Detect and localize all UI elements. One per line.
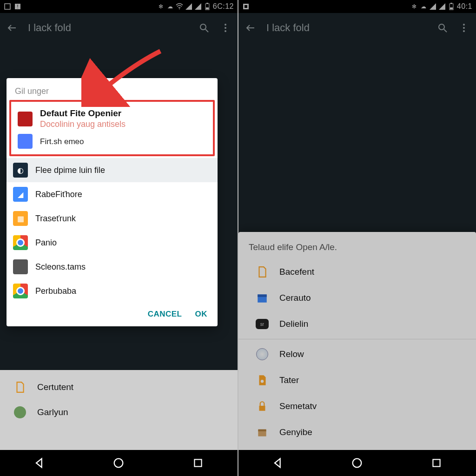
option-subtitle: Firt.sh emeo xyxy=(40,137,84,146)
doc-icon xyxy=(13,380,27,394)
list-item-label: Tater xyxy=(279,375,299,385)
svg-rect-23 xyxy=(258,294,267,297)
svg-rect-29 xyxy=(433,459,440,466)
list-item-label: Relow xyxy=(279,349,304,359)
option-label: Panio xyxy=(35,238,57,248)
camera-icon: sr xyxy=(255,317,269,331)
nav-home[interactable] xyxy=(107,454,130,472)
box-icon xyxy=(255,425,269,439)
divider xyxy=(238,339,476,339)
list-item[interactable]: Bacefent xyxy=(238,259,476,285)
bottom-sheet: Telaud elife Open A/le. Bacefent Cerauto… xyxy=(238,232,476,450)
ok-button[interactable]: OK xyxy=(195,310,208,319)
option-subtitle: Docolinin yaug antisels xyxy=(40,119,126,129)
list-item-label: Genyibe xyxy=(279,427,312,437)
dialog-option[interactable]: ◢ RabeFiťhore xyxy=(7,182,218,206)
nav-home[interactable] xyxy=(346,454,368,472)
dialog-option[interactable]: ◐ Flee dpime luin file xyxy=(7,158,218,182)
list-item[interactable]: Certutent xyxy=(0,375,238,400)
doc-icon xyxy=(18,134,33,149)
globe-icon xyxy=(255,347,269,361)
app-icon xyxy=(13,405,27,419)
option-label: Perbubaba xyxy=(35,286,76,296)
list-item-label: Cerauto xyxy=(279,293,311,303)
nav-back[interactable] xyxy=(267,454,289,472)
background-list: Certutent Garlyun xyxy=(0,370,238,450)
app-icon xyxy=(18,112,33,126)
list-item[interactable]: Garlyun xyxy=(0,400,238,425)
list-item-label: Bacefent xyxy=(279,267,314,277)
lock-icon xyxy=(255,399,269,413)
list-item[interactable]: Tater xyxy=(238,367,476,393)
option-label: Traseťrunk xyxy=(35,214,76,224)
list-item-label: Delielin xyxy=(279,319,308,329)
list-item-label: Certutent xyxy=(37,382,73,392)
dialog-option[interactable]: Scleons.tams xyxy=(7,255,218,279)
option-label: Flee dpime luin file xyxy=(35,165,105,175)
annotation-highlight: Defaut Fite Openier Docolinin yaug antis… xyxy=(9,100,215,156)
chrome-icon xyxy=(13,284,28,298)
chrome-icon xyxy=(13,235,28,250)
open-with-dialog: Gil unger Defaut Fite Openier Docolinin … xyxy=(7,78,218,326)
doc-icon xyxy=(255,265,269,279)
dialog-option[interactable]: Perbubaba xyxy=(7,279,218,303)
list-item[interactable]: Relow xyxy=(238,341,476,367)
app-icon xyxy=(13,259,28,274)
dialog-option[interactable]: Defaut Fite Openier Docolinin yaug antis… xyxy=(11,104,213,134)
nav-recents[interactable] xyxy=(425,454,448,472)
svg-point-28 xyxy=(353,459,362,468)
dialog-title: Gil unger xyxy=(7,78,218,100)
cancel-button[interactable]: CANCEL xyxy=(148,310,182,319)
nav-back[interactable] xyxy=(28,454,51,472)
option-label: Defaut Fite Openier xyxy=(40,108,126,119)
svg-rect-25 xyxy=(259,406,265,411)
list-item[interactable] xyxy=(0,425,238,450)
phone-left: ! ✻ ☁ 6C:12 I lack fold Certutent xyxy=(0,0,238,476)
option-label: Scleons.tams xyxy=(35,262,86,272)
nav-bar xyxy=(0,450,238,476)
folder-icon: ◢ xyxy=(13,187,28,202)
doc-icon xyxy=(255,373,269,387)
sheet-title: Telaud elife Open A/le. xyxy=(238,238,476,259)
list-item[interactable]: Semetatv xyxy=(238,393,476,419)
doc-icon: ▦ xyxy=(13,211,28,226)
list-item-label: Garlyun xyxy=(37,407,68,417)
option-label: RabeFiťhore xyxy=(35,190,82,199)
calendar-icon xyxy=(255,291,269,305)
svg-rect-12 xyxy=(194,459,201,466)
svg-point-24 xyxy=(261,380,264,383)
nav-recents[interactable] xyxy=(187,454,209,472)
nav-bar xyxy=(238,450,476,476)
dialog-option[interactable]: ▦ Traseťrunk xyxy=(7,206,218,231)
list-item-label: Semetatv xyxy=(279,401,317,411)
phone-right: ✻ ☁ 40:1 I lack fold Telaud elife Open A… xyxy=(238,0,476,476)
dialog-option[interactable]: Panio xyxy=(7,231,218,255)
list-item[interactable]: Cerauto xyxy=(238,285,476,311)
app-icon: ◐ xyxy=(13,163,28,178)
dialog-option[interactable]: Firt.sh emeo xyxy=(11,134,213,153)
app-icon xyxy=(13,430,27,444)
list-item[interactable]: Genyibe xyxy=(238,419,476,445)
svg-rect-27 xyxy=(258,430,266,431)
list-item[interactable]: sr Delielin xyxy=(238,311,476,337)
svg-point-11 xyxy=(114,459,123,468)
